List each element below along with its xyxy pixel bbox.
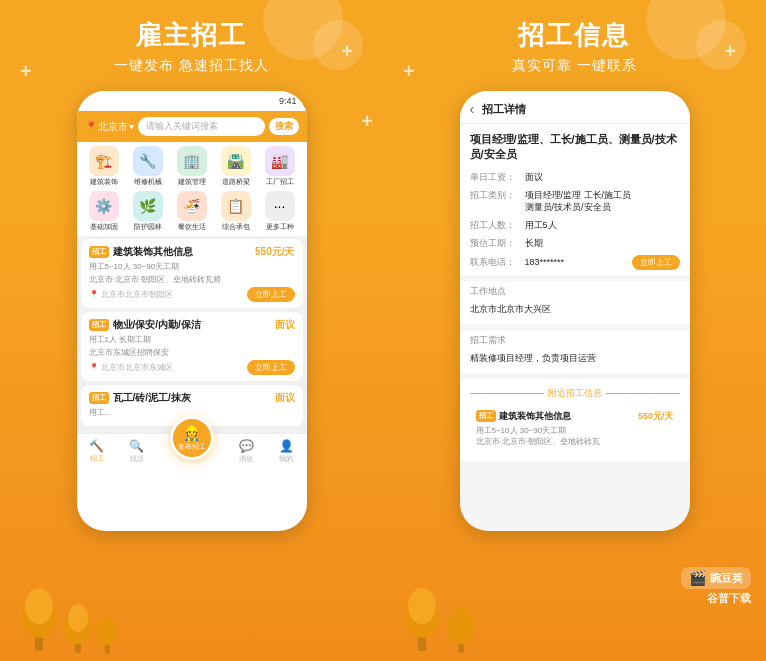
detail-value-headcount: 用工5人 bbox=[525, 219, 680, 232]
svg-point-12 bbox=[447, 608, 475, 644]
detail-value-type: 项目经理/监理 工长/施工员测量员/技术员/安全员 bbox=[525, 189, 680, 214]
contact-apply-button[interactable]: 立即上工 bbox=[632, 255, 680, 270]
svg-point-5 bbox=[68, 604, 88, 632]
job-title-0: 建筑装饰其他信息 bbox=[113, 245, 252, 259]
deco-plus-3: + bbox=[361, 110, 373, 133]
find-icon: 🔍 bbox=[129, 439, 144, 453]
nav-item-profile[interactable]: 👤 我的 bbox=[279, 439, 294, 464]
detail-label-req: 招工需求 bbox=[470, 334, 525, 347]
category-item-5[interactable]: ⚙️ 基础加固 bbox=[83, 191, 125, 232]
detail-value-workloc: 北京市北京市大兴区 bbox=[470, 303, 680, 320]
right-top-title: 招工信息 真实可靠 一键联系 bbox=[512, 0, 637, 75]
category-item-9[interactable]: ··· 更多工种 bbox=[259, 191, 301, 232]
job-badge-1: 招工 bbox=[89, 319, 109, 331]
svg-point-7 bbox=[96, 617, 118, 645]
fab-label: 发布招工 bbox=[178, 442, 206, 452]
category-item-7[interactable]: 🍜 餐饮生活 bbox=[171, 191, 213, 232]
phone-status-bar: 9:41 bbox=[77, 91, 307, 111]
nearby-badge: 招工 bbox=[476, 410, 496, 422]
nearby-rate: 550元/天 bbox=[638, 410, 674, 423]
category-icon-2: 🏢 bbox=[177, 146, 207, 176]
job-card-header-1: 招工 物业/保安/内勤/保洁 面议 bbox=[89, 318, 295, 332]
detail-label-type: 招工类别： bbox=[470, 189, 525, 214]
fab-publish-button[interactable]: 👷 发布招工 bbox=[170, 416, 214, 460]
right-sub-title: 真实可靠 一键联系 bbox=[512, 57, 637, 75]
recruit-icon: 🔨 bbox=[89, 439, 104, 453]
category-label-4: 工厂招工 bbox=[266, 177, 294, 187]
svg-rect-3 bbox=[75, 631, 81, 653]
svg-rect-11 bbox=[458, 631, 464, 653]
category-label-7: 餐饮生活 bbox=[178, 222, 206, 232]
nav-label-messages: 消息 bbox=[239, 454, 253, 464]
job-desc-1: 北京市东城区招聘保安 bbox=[89, 347, 295, 358]
job-card-header-0: 招工 建筑装饰其他信息 550元/天 bbox=[89, 245, 295, 259]
apply-btn-0[interactable]: 立即上工 bbox=[247, 287, 295, 302]
left-phone-mockup: 9:41 📍 北京市 ▾ 请输入关键词搜索 搜索 🏗️ 建筑装饰 🔧 维修机械 bbox=[77, 91, 307, 531]
search-input[interactable]: 请输入关键词搜索 bbox=[138, 117, 265, 136]
category-label-0: 建筑装饰 bbox=[90, 177, 118, 187]
nearby-jobs-header: 附近招工信息 bbox=[470, 383, 680, 404]
detail-header: ‹ 招工详情 bbox=[460, 91, 690, 124]
location-tag[interactable]: 📍 北京市 ▾ bbox=[85, 120, 134, 134]
left-panel: + + + 雇主招工 一键发布 急速招工找人 9:41 📍 北京市 ▾ 请输入关… bbox=[0, 0, 383, 661]
chevron-down-icon: ▾ bbox=[129, 121, 134, 132]
nearby-card-header: 招工 建筑装饰其他信息 550元/天 bbox=[476, 410, 674, 423]
apply-btn-1[interactable]: 立即上工 bbox=[247, 360, 295, 375]
category-item-2[interactable]: 🏢 建筑管理 bbox=[171, 146, 213, 187]
svg-point-2 bbox=[25, 588, 53, 624]
detail-row-workloc: 工作地点 bbox=[470, 285, 680, 298]
category-item-3[interactable]: 🛣️ 道路桥梁 bbox=[215, 146, 257, 187]
phone-search-bar: 📍 北京市 ▾ 请输入关键词搜索 搜索 bbox=[77, 111, 307, 142]
category-item-1[interactable]: 🔧 维修机械 bbox=[127, 146, 169, 187]
category-label-1: 维修机械 bbox=[134, 177, 162, 187]
category-icon-6: 🌿 bbox=[133, 191, 163, 221]
category-item-0[interactable]: 🏗️ 建筑装饰 bbox=[83, 146, 125, 187]
watermark-text: 豌豆荚 bbox=[710, 571, 743, 586]
back-arrow-icon[interactable]: ‹ bbox=[470, 101, 475, 117]
search-button[interactable]: 搜索 bbox=[269, 118, 299, 135]
job-desc-0: 北京市·北京市·朝阳区、垒地砖砖瓦师 bbox=[89, 274, 295, 285]
status-time: 9:41 bbox=[279, 96, 297, 106]
detail-label-duration: 预估工期： bbox=[470, 237, 525, 250]
nav-label-find: 找活 bbox=[130, 454, 144, 464]
category-item-8[interactable]: 📋 综合承包 bbox=[215, 191, 257, 232]
category-icon-4: 🏭 bbox=[265, 146, 295, 176]
detail-value-duration: 长期 bbox=[525, 237, 680, 250]
section-divider-2 bbox=[460, 324, 690, 330]
category-item-4[interactable]: 🏭 工厂招工 bbox=[259, 146, 301, 187]
category-item-6[interactable]: 🌿 防护园林 bbox=[127, 191, 169, 232]
job-card-header-2: 招工 瓦工/砖/泥工/抹灰 面议 bbox=[89, 391, 295, 405]
bottom-nav: 🔨 招工 🔍 找活 💬 消息 👤 我的 👷 发布招工 bbox=[77, 433, 307, 469]
job-location-0: 📍 北京市北京市朝阳区 bbox=[89, 289, 173, 300]
nearby-card-0[interactable]: 招工 建筑装饰其他信息 550元/天 用工5~10人 30~90天工期 北京市·… bbox=[470, 404, 680, 453]
detail-label-workloc: 工作地点 bbox=[470, 285, 525, 298]
job-location-row-0: 📍 北京市北京市朝阳区 立即上工 bbox=[89, 287, 295, 302]
right-phone-mockup: ‹ 招工详情 项目经理/监理、工长/施工员、测量员/技术员/安全员 单日工资： … bbox=[460, 91, 690, 531]
brand-text: 谷普下载 bbox=[707, 591, 751, 606]
job-card-0[interactable]: 招工 建筑装饰其他信息 550元/天 用工5~10人 30~90天工期 北京市·… bbox=[81, 239, 303, 308]
right-tree-deco bbox=[393, 561, 513, 661]
section-divider-3 bbox=[460, 373, 690, 379]
location-pin-icon: 📍 bbox=[85, 121, 97, 132]
job-card-1[interactable]: 招工 物业/保安/内勤/保洁 面议 用工1人 长期工期 北京市东城区招聘保安 📍… bbox=[81, 312, 303, 381]
category-icon-3: 🛣️ bbox=[221, 146, 251, 176]
watermark-badge: 🎬 豌豆荚 bbox=[681, 567, 751, 589]
job-title-2: 瓦工/砖/泥工/抹灰 bbox=[113, 391, 271, 405]
job-rate-1: 面议 bbox=[275, 318, 295, 332]
right-main-title: 招工信息 bbox=[512, 18, 637, 53]
logo-icon: 🎬 bbox=[689, 570, 706, 586]
detail-label-wage: 单日工资： bbox=[470, 171, 525, 184]
detail-row-contact: 联系电话： 183******* 立即上工 bbox=[470, 255, 680, 270]
svg-rect-6 bbox=[105, 636, 110, 654]
nav-item-messages[interactable]: 💬 消息 bbox=[239, 439, 254, 464]
nav-item-recruit[interactable]: 🔨 招工 bbox=[89, 439, 104, 464]
left-sub-title: 一键发布 急速招工找人 bbox=[114, 57, 269, 75]
left-main-title: 雇主招工 bbox=[114, 18, 269, 53]
nav-item-find[interactable]: 🔍 找活 bbox=[129, 439, 144, 464]
watermark-area: 🎬 豌豆荚 谷普下载 bbox=[681, 567, 751, 606]
right-deco-plus-1: + bbox=[403, 60, 415, 83]
detail-label-headcount: 招工人数： bbox=[470, 219, 525, 232]
job-info-1: 用工1人 长期工期 bbox=[89, 334, 295, 345]
category-label-5: 基础加固 bbox=[90, 222, 118, 232]
section-divider-1 bbox=[460, 275, 690, 281]
